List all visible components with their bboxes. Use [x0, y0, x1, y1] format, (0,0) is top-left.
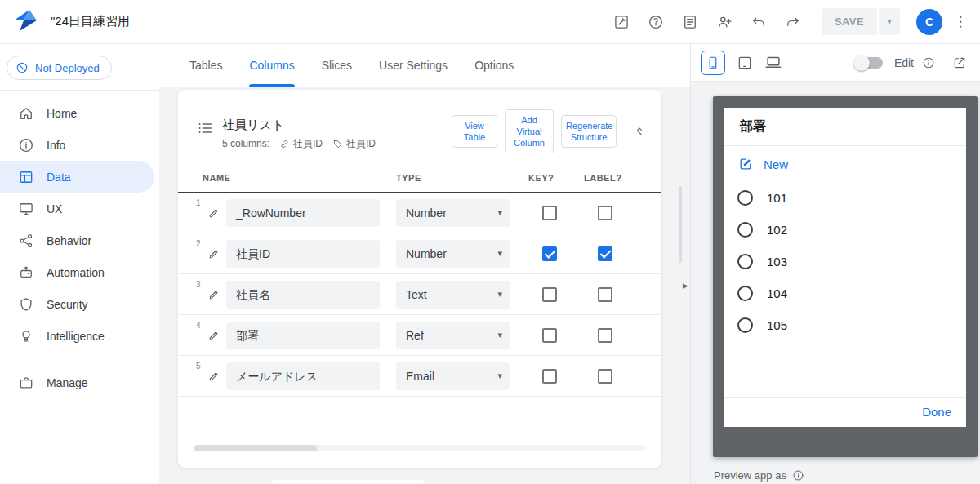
not-deployed-icon	[16, 61, 29, 74]
header-key: KEY?	[528, 173, 554, 183]
edit-column-icon[interactable]	[207, 329, 220, 342]
column-name-input[interactable]: 社員ID	[226, 240, 380, 268]
sidebar-item-manage[interactable]: Manage	[0, 366, 154, 398]
radio-icon	[737, 222, 753, 238]
label-checkbox[interactable]	[598, 246, 612, 261]
column-type-select[interactable]: Text ▾	[396, 281, 510, 309]
regenerate-structure-button[interactable]: Regenerate Structure	[561, 115, 617, 149]
sidebar-item-ux[interactable]: UX	[0, 193, 154, 224]
key-checkbox[interactable]	[542, 369, 557, 384]
table-row: 4 部署 Ref ▾	[178, 315, 662, 356]
tab-options[interactable]: Options	[474, 44, 514, 87]
option-row-103[interactable]: 103	[724, 246, 966, 278]
sidebar-item-info[interactable]: Info	[0, 129, 154, 161]
tablet-icon	[737, 55, 753, 71]
sidebar-item-behavior[interactable]: Behavior	[0, 224, 154, 256]
key-column-label: 社員ID	[293, 137, 323, 151]
chevron-down-icon: ▾	[497, 371, 502, 381]
table-row: 1 _RowNumber Number ▾	[178, 193, 662, 233]
horizontal-scrollbar[interactable]	[194, 445, 645, 451]
column-type-select[interactable]: Email ▾	[396, 362, 510, 390]
edit-mode-icon[interactable]	[611, 11, 632, 33]
option-row-105[interactable]: 105	[724, 309, 966, 341]
horizontal-scrollbar-thumb[interactable]	[194, 445, 317, 451]
add-virtual-column-button[interactable]: Add Virtual Column	[505, 109, 554, 154]
new-item-button[interactable]: New	[724, 146, 966, 182]
edit-column-icon[interactable]	[207, 370, 220, 383]
open-in-new-icon[interactable]	[949, 52, 970, 73]
sidebar-item-home[interactable]: Home	[0, 97, 154, 129]
table-list-icon[interactable]	[194, 118, 216, 139]
help-icon[interactable]	[645, 11, 666, 33]
column-name-input[interactable]: _RowNumber	[226, 199, 380, 227]
save-button[interactable]: SAVE	[822, 8, 877, 35]
share-app-icon[interactable]	[714, 11, 735, 33]
column-name-input[interactable]: 社員名	[226, 281, 380, 309]
shield-icon	[18, 296, 34, 313]
key-checkbox[interactable]	[542, 246, 557, 261]
tab-columns[interactable]: Columns	[249, 44, 294, 87]
card-actions: View Table Add Virtual Column Regenerate…	[452, 109, 650, 154]
option-row-104[interactable]: 104	[724, 278, 966, 309]
edit-toggle[interactable]	[855, 57, 883, 69]
row-number: 5	[196, 362, 201, 371]
option-row-102[interactable]: 102	[724, 214, 966, 246]
row-number: 2	[196, 239, 201, 248]
chevron-down-icon: ▾	[497, 289, 502, 300]
undo-icon[interactable]	[748, 11, 769, 33]
docs-icon[interactable]	[679, 11, 701, 33]
tab-tables[interactable]: Tables	[189, 44, 222, 87]
sidebar-item-automation[interactable]: Automation	[0, 256, 154, 288]
done-button[interactable]: Done	[922, 405, 951, 419]
key-column-tag[interactable]: 社員ID	[279, 137, 323, 151]
sidebar-item-label: Intelligence	[47, 330, 105, 343]
column-name-input[interactable]: メールアドレス	[226, 362, 380, 390]
tab-label: Tables	[189, 59, 222, 72]
columns-content: 社員リスト 5 columns: 社員ID 社員ID	[159, 87, 690, 484]
sidebar-item-data[interactable]: Data	[0, 161, 154, 193]
tab-user-settings[interactable]: User Settings	[379, 44, 448, 87]
edit-column-icon[interactable]	[207, 288, 220, 301]
key-checkbox[interactable]	[542, 328, 557, 343]
option-row-101[interactable]: 101	[724, 182, 966, 214]
tablet-device-button[interactable]	[737, 55, 753, 71]
sidebar-item-label: Manage	[47, 376, 88, 389]
edit-column-icon[interactable]	[207, 206, 220, 220]
device-bar: Edit	[691, 44, 980, 82]
topbar: "24日目練習用 SAVE ▾ C	[0, 0, 980, 44]
deploy-status-badge[interactable]: Not Deployed	[7, 56, 112, 80]
redo-icon[interactable]	[782, 11, 804, 33]
next-table-card-peek	[271, 480, 425, 484]
label-checkbox[interactable]	[598, 369, 612, 384]
info-icon	[18, 137, 34, 153]
appsheet-logo-icon[interactable]	[13, 9, 38, 35]
column-type-select[interactable]: Number ▾	[396, 240, 510, 268]
label-checkbox[interactable]	[598, 328, 612, 343]
vertical-scrollbar-thumb[interactable]	[679, 186, 682, 263]
sidebar-item-security[interactable]: Security	[0, 288, 154, 320]
collapse-table-icon[interactable]	[629, 121, 650, 142]
view-table-button[interactable]: View Table	[452, 115, 497, 149]
preview-info-icon[interactable]	[791, 468, 806, 482]
label-checkbox[interactable]	[598, 287, 612, 302]
label-checkbox[interactable]	[598, 206, 612, 220]
sidebar-item-intelligence[interactable]: Intelligence	[0, 320, 154, 352]
expand-panel-handle[interactable]: ▸	[683, 279, 688, 291]
desktop-device-button[interactable]	[764, 54, 782, 72]
column-type-select[interactable]: Ref ▾	[396, 322, 510, 349]
columns-table-header: NAME TYPE KEY? LABEL?	[178, 165, 662, 193]
column-type-select[interactable]: Number ▾	[396, 199, 510, 227]
user-avatar[interactable]: C	[916, 9, 942, 35]
edit-column-icon[interactable]	[207, 247, 220, 260]
column-name-input[interactable]: 部署	[226, 322, 380, 349]
tab-slices[interactable]: Slices	[322, 44, 352, 87]
mobile-device-button[interactable]	[701, 51, 725, 75]
key-checkbox[interactable]	[542, 287, 557, 302]
column-type-value: Email	[406, 370, 434, 383]
save-dropdown-icon[interactable]: ▾	[879, 8, 900, 35]
card-header: 社員リスト 5 columns: 社員ID 社員ID	[178, 90, 662, 165]
label-column-tag[interactable]: 社員ID	[332, 137, 376, 151]
key-checkbox[interactable]	[542, 206, 557, 220]
more-menu-icon[interactable]: ⋮	[952, 13, 969, 30]
edit-info-icon[interactable]	[918, 52, 939, 73]
